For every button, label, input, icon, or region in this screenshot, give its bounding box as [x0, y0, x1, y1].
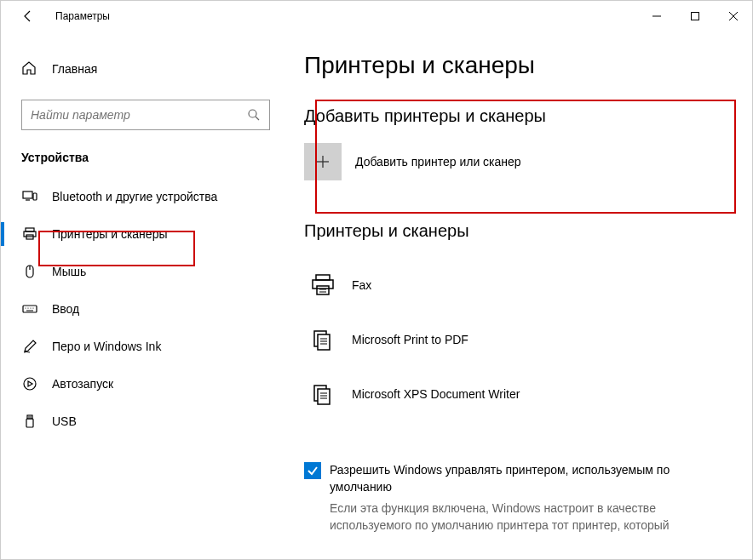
printer-label: Fax [352, 278, 371, 292]
minimize-icon [652, 12, 661, 20]
svg-rect-21 [27, 415, 32, 419]
checkbox-label: Разрешить Windows управлять принтером, и… [330, 462, 725, 495]
checkbox-checked-icon[interactable] [304, 462, 321, 479]
printer-xps-icon [304, 375, 342, 413]
sidebar-item-label: Перо и Windows Ink [52, 340, 161, 353]
sidebar-item-autoplay[interactable]: Автозапуск [1, 365, 290, 403]
search-input[interactable] [31, 108, 247, 122]
printer-item-fax[interactable]: Fax [304, 258, 725, 312]
svg-rect-33 [318, 334, 330, 350]
sidebar-item-label: Принтеры и сканеры [52, 227, 167, 241]
plus-icon [304, 143, 342, 180]
add-section-heading: Добавить принтеры и сканеры [304, 106, 725, 126]
sidebar-item-label: Ввод [52, 302, 79, 316]
add-label: Добавить принтер или сканер [355, 155, 521, 169]
svg-point-20 [24, 378, 36, 390]
svg-rect-6 [23, 191, 32, 198]
sidebar: Главная Устройства Bluetooth и другие ус… [1, 31, 290, 559]
svg-rect-27 [316, 275, 330, 280]
svg-rect-29 [317, 286, 329, 294]
svg-point-15 [25, 307, 26, 308]
sidebar-item-printers[interactable]: Принтеры и сканеры [1, 215, 290, 253]
printer-item-pdf[interactable]: Microsoft Print to PDF [304, 312, 725, 367]
printer-pdf-icon [304, 321, 342, 358]
sidebar-item-pen[interactable]: Перо и Windows Ink [1, 328, 290, 365]
svg-point-4 [249, 110, 256, 117]
app-title: Параметры [55, 10, 110, 22]
svg-rect-14 [23, 306, 37, 312]
back-button[interactable] [14, 3, 42, 30]
section-title: Устройства [1, 151, 290, 178]
svg-rect-38 [318, 389, 330, 404]
svg-rect-9 [26, 228, 34, 231]
sidebar-item-typing[interactable]: Ввод [1, 290, 290, 328]
svg-line-5 [256, 117, 259, 120]
svg-point-16 [27, 307, 28, 308]
sidebar-item-label: USB [52, 414, 77, 428]
sidebar-home[interactable]: Главная [1, 52, 290, 86]
sidebar-item-label: Bluetooth и другие устройства [52, 190, 217, 203]
default-hint: Если эта функция включена, Windows настр… [330, 500, 725, 534]
search-icon [247, 108, 261, 122]
window-controls [637, 3, 752, 30]
printer-item-xps[interactable]: Microsoft XPS Document Writer [304, 367, 725, 421]
pen-icon [21, 338, 38, 355]
mouse-icon [21, 263, 38, 280]
sidebar-item-label: Автозапуск [52, 377, 113, 391]
svg-rect-22 [26, 419, 33, 427]
arrow-left-icon [21, 9, 35, 23]
svg-rect-10 [24, 231, 36, 237]
close-icon [729, 12, 738, 20]
svg-rect-1 [691, 13, 698, 20]
keyboard-icon [21, 300, 38, 317]
fax-icon [304, 266, 342, 304]
page-title: Принтеры и сканеры [304, 52, 725, 79]
printer-label: Microsoft Print to PDF [352, 333, 468, 346]
autoplay-icon [21, 375, 38, 392]
sidebar-home-label: Главная [52, 62, 97, 76]
maximize-icon [691, 12, 699, 20]
printer-label: Microsoft XPS Document Writer [352, 387, 520, 401]
devices-icon [21, 188, 38, 205]
sidebar-item-label: Мышь [52, 265, 86, 278]
titlebar: Параметры [1, 1, 752, 31]
close-button[interactable] [714, 3, 752, 30]
svg-point-18 [32, 307, 33, 308]
svg-point-17 [30, 307, 31, 308]
sidebar-item-bluetooth[interactable]: Bluetooth и другие устройства [1, 178, 290, 215]
svg-rect-7 [33, 193, 37, 200]
svg-rect-28 [313, 280, 333, 289]
home-icon [21, 60, 38, 77]
usb-icon [21, 413, 38, 430]
add-printer-button[interactable]: Добавить принтер или сканер [304, 143, 725, 180]
minimize-button[interactable] [637, 3, 675, 30]
printers-section-heading: Принтеры и сканеры [304, 221, 725, 241]
sidebar-item-usb[interactable]: USB [1, 403, 290, 440]
maximize-button[interactable] [675, 3, 714, 30]
sidebar-item-mouse[interactable]: Мышь [1, 253, 290, 290]
main-content: Принтеры и сканеры Добавить принтеры и с… [290, 31, 752, 559]
search-box[interactable] [21, 100, 270, 130]
printer-icon [21, 226, 38, 243]
default-printer-checkbox-row[interactable]: Разрешить Windows управлять принтером, и… [304, 462, 725, 495]
